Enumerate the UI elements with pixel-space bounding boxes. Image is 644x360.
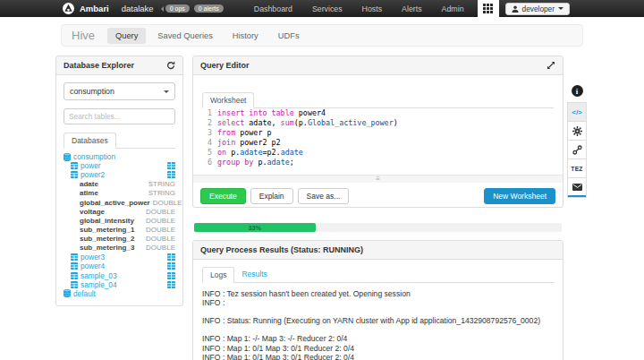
- database-explorer-panel: Database Explorer consumption Databases …: [55, 56, 183, 306]
- query-view-button[interactable]: [568, 103, 586, 122]
- topbar-nav-dashboard[interactable]: Dashboard: [244, 4, 302, 13]
- query-editor-title: Query Editor: [200, 61, 250, 70]
- topbar-nav-alerts[interactable]: Alerts: [392, 4, 432, 13]
- tree-table-sample-04[interactable]: sample_04: [64, 280, 175, 289]
- views-menu-button[interactable]: [478, 0, 499, 17]
- tree-column-global-intensity[interactable]: global_intensityDOUBLE: [64, 216, 175, 225]
- database-explorer-header: Database Explorer: [56, 56, 182, 75]
- cluster-name: datalake: [122, 4, 154, 13]
- query-editor-header: Query Editor: [193, 56, 563, 75]
- table-data-icon[interactable]: [167, 253, 175, 261]
- tree-column-global-active-power[interactable]: global_active_powerDOUBLE: [64, 198, 175, 207]
- log-line: [202, 307, 554, 316]
- tab-worksheet[interactable]: Worksheet: [202, 92, 254, 108]
- new-worksheet-button[interactable]: New Worksheet: [484, 188, 555, 204]
- refresh-icon[interactable]: [166, 61, 175, 70]
- code-icon: [572, 108, 582, 116]
- database-icon: [64, 153, 71, 161]
- table-data-icon[interactable]: [167, 171, 175, 178]
- query-results-header: Query Process Results (Status: RUNNING): [193, 241, 563, 260]
- tree-column-sub-metering-1[interactable]: sub_metering_1DOUBLE: [64, 226, 175, 235]
- topbar-nav-services[interactable]: Services: [302, 4, 352, 13]
- visual-explain-button[interactable]: [568, 141, 586, 159]
- table-data-icon[interactable]: [167, 281, 175, 288]
- hive-tab-udfs[interactable]: UDFs: [270, 28, 308, 44]
- topbar-nav-hosts[interactable]: Hosts: [352, 4, 393, 13]
- hive-tab-query[interactable]: Query: [107, 28, 146, 44]
- save-as-button[interactable]: Save as...: [298, 188, 350, 204]
- tree-table-sample-03[interactable]: sample_03: [64, 270, 175, 279]
- link-icon: [572, 145, 582, 155]
- query-results-panel: Query Process Results (Status: RUNNING) …: [192, 240, 564, 360]
- tree-column-sub-metering-3[interactable]: sub_metering_3DOUBLE: [64, 244, 175, 253]
- sql-editor[interactable]: 123456 insert into table power4select ad…: [202, 108, 554, 184]
- query-progress-bar: 33%: [194, 223, 562, 232]
- table-icon: [71, 272, 78, 279]
- database-select[interactable]: consumption: [64, 82, 175, 100]
- tree-table-power[interactable]: power: [64, 161, 175, 170]
- app-brand: Ambari: [80, 4, 109, 13]
- tree-column-sub-metering-2[interactable]: sub_metering_2DOUBLE: [64, 235, 175, 244]
- query-results-title: Query Process Results (Status: RUNNING): [200, 245, 363, 254]
- chevron-down-icon: [558, 7, 564, 13]
- hive-tab-saved-queries[interactable]: Saved Queries: [149, 28, 221, 44]
- topbar-nav-admin[interactable]: Admin: [432, 4, 474, 13]
- mail-icon: [572, 184, 582, 191]
- table-icon: [71, 262, 78, 270]
- grid-icon: [483, 4, 493, 13]
- table-data-icon[interactable]: [167, 272, 175, 279]
- hive-view-nav: Hive QuerySaved QueriesHistoryUDFs: [61, 24, 583, 47]
- log-line: INFO : Map 1: 0/1 Map 3: 0/1 Reducer 2: …: [202, 353, 554, 360]
- line-numbers: 123456: [202, 108, 215, 184]
- side-rail: TEZ: [567, 85, 587, 198]
- table-icon: [71, 171, 78, 178]
- query-editor-panel: Query Editor Worksheet 123456 insert int…: [192, 56, 564, 208]
- log-line: INFO :: [202, 298, 554, 307]
- query-log-output: INFO : Tez session hasn't been created y…: [202, 289, 554, 360]
- tab-databases[interactable]: Databases: [64, 133, 116, 149]
- notifications-button[interactable]: [568, 178, 586, 197]
- settings-button[interactable]: [568, 122, 586, 141]
- tree-database-consumption[interactable]: consumption: [64, 152, 175, 161]
- tree-table-power4[interactable]: power4: [64, 261, 175, 270]
- database-explorer-title: Database Explorer: [64, 61, 134, 70]
- hive-brand: Hive: [72, 29, 95, 42]
- tree-column-atime[interactable]: atimeSTRING: [64, 189, 175, 198]
- explain-button[interactable]: Explain: [250, 188, 293, 204]
- tez-label: TEZ: [571, 166, 582, 172]
- ops-badge[interactable]: 0 ops: [165, 4, 190, 13]
- hive-nav-tabs: QuerySaved QueriesHistoryUDFs: [107, 28, 308, 44]
- info-icon[interactable]: [572, 85, 583, 97]
- database-icon: [64, 289, 71, 297]
- tree-column-adate[interactable]: adateSTRING: [64, 180, 175, 189]
- log-line: INFO : Map 1: 0/1 Map 3: 0/1 Reducer 2: …: [202, 344, 554, 353]
- chevron-down-icon: [164, 90, 169, 96]
- topbar: Ambari datalake 0 ops 0 alerts Dashboard…: [0, 0, 644, 17]
- tez-button[interactable]: TEZ: [568, 159, 586, 178]
- hive-tab-history[interactable]: History: [225, 28, 267, 44]
- topbar-nav: DashboardServicesHostsAlertsAdmin: [244, 4, 474, 13]
- log-line: [202, 325, 554, 334]
- user-name: developer: [522, 4, 555, 13]
- user-menu-button[interactable]: developer: [505, 3, 570, 15]
- search-tables-input[interactable]: [64, 108, 175, 124]
- tab-logs[interactable]: Logs: [202, 267, 234, 283]
- table-data-icon[interactable]: [167, 162, 175, 169]
- tree-column-voltage[interactable]: voltageDOUBLE: [64, 207, 175, 216]
- database-tree: consumptionpowerpower2adateSTRINGatimeST…: [64, 152, 175, 298]
- table-data-icon[interactable]: [167, 262, 175, 270]
- table-icon: [71, 162, 78, 169]
- execute-button[interactable]: Execute: [200, 188, 246, 204]
- database-select-value: consumption: [70, 87, 114, 96]
- sql-code: insert into table power4select adate, su…: [215, 108, 398, 184]
- tree-table-power2[interactable]: power2: [64, 170, 175, 179]
- tree-table-power3[interactable]: power3: [64, 253, 175, 261]
- log-line: INFO : Status: Running (Executing on YAR…: [202, 316, 554, 325]
- log-line: INFO : Tez session hasn't been created y…: [202, 289, 554, 298]
- tree-database-default[interactable]: default: [64, 289, 175, 298]
- alerts-badge[interactable]: 0 alerts: [194, 4, 224, 13]
- tab-results[interactable]: Results: [234, 267, 274, 282]
- expand-icon[interactable]: [547, 61, 555, 70]
- editor-resize-handle[interactable]: [193, 175, 563, 183]
- table-icon: [71, 253, 78, 261]
